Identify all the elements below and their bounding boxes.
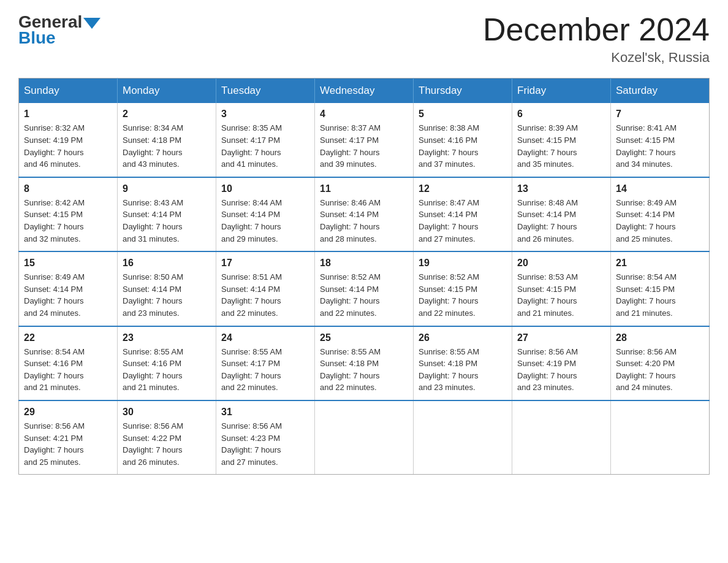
logo: General Blue: [18, 12, 100, 48]
logo-arrow-icon: [83, 18, 100, 29]
day-number: 14: [616, 182, 704, 196]
calendar-week-row: 8 Sunrise: 8:42 AMSunset: 4:15 PMDayligh…: [19, 177, 710, 251]
table-row: 17 Sunrise: 8:51 AMSunset: 4:14 PMDaylig…: [216, 251, 315, 326]
day-number: 8: [24, 182, 112, 196]
day-info: Sunrise: 8:35 AMSunset: 4:17 PMDaylight:…: [221, 123, 282, 169]
col-saturday: Saturday: [611, 79, 710, 104]
table-row: 18 Sunrise: 8:52 AMSunset: 4:14 PMDaylig…: [315, 251, 414, 326]
day-info: Sunrise: 8:55 AMSunset: 4:17 PMDaylight:…: [221, 347, 282, 393]
day-info: Sunrise: 8:34 AMSunset: 4:18 PMDaylight:…: [123, 123, 183, 169]
day-number: 4: [320, 107, 408, 121]
day-info: Sunrise: 8:44 AMSunset: 4:14 PMDaylight:…: [221, 198, 282, 243]
day-number: 13: [517, 182, 605, 196]
day-number: 19: [419, 256, 507, 270]
table-row: 29 Sunrise: 8:56 AMSunset: 4:21 PMDaylig…: [19, 400, 118, 475]
table-row: 20 Sunrise: 8:53 AMSunset: 4:15 PMDaylig…: [512, 251, 611, 326]
day-number: 10: [221, 182, 309, 196]
table-row: 6 Sunrise: 8:39 AMSunset: 4:15 PMDayligh…: [512, 103, 611, 177]
calendar-week-row: 1 Sunrise: 8:32 AMSunset: 4:19 PMDayligh…: [19, 103, 710, 177]
day-number: 17: [221, 256, 309, 270]
day-info: Sunrise: 8:52 AMSunset: 4:15 PMDaylight:…: [419, 272, 479, 318]
day-info: Sunrise: 8:52 AMSunset: 4:14 PMDaylight:…: [320, 272, 381, 318]
table-row: 25 Sunrise: 8:55 AMSunset: 4:18 PMDaylig…: [315, 326, 414, 400]
col-tuesday: Tuesday: [216, 79, 315, 104]
table-row: 9 Sunrise: 8:43 AMSunset: 4:14 PMDayligh…: [118, 177, 216, 251]
day-info: Sunrise: 8:50 AMSunset: 4:14 PMDaylight:…: [123, 272, 183, 318]
day-info: Sunrise: 8:42 AMSunset: 4:15 PMDaylight:…: [24, 198, 85, 243]
day-number: 23: [123, 331, 211, 345]
day-number: 18: [320, 256, 408, 270]
day-info: Sunrise: 8:37 AMSunset: 4:17 PMDaylight:…: [320, 123, 381, 169]
month-year-title: December 2024: [483, 12, 710, 47]
table-row: 3 Sunrise: 8:35 AMSunset: 4:17 PMDayligh…: [216, 103, 315, 177]
day-info: Sunrise: 8:38 AMSunset: 4:16 PMDaylight:…: [419, 123, 479, 169]
day-number: 30: [123, 405, 211, 419]
day-info: Sunrise: 8:55 AMSunset: 4:18 PMDaylight:…: [320, 347, 381, 393]
table-row: 23 Sunrise: 8:55 AMSunset: 4:16 PMDaylig…: [118, 326, 216, 400]
calendar-table: Sunday Monday Tuesday Wednesday Thursday…: [18, 78, 710, 475]
day-info: Sunrise: 8:47 AMSunset: 4:14 PMDaylight:…: [419, 198, 479, 243]
table-row: [611, 400, 710, 475]
location-label: Kozel'sk, Russia: [483, 50, 710, 66]
day-info: Sunrise: 8:39 AMSunset: 4:15 PMDaylight:…: [517, 123, 578, 169]
calendar-week-row: 22 Sunrise: 8:54 AMSunset: 4:16 PMDaylig…: [19, 326, 710, 400]
table-row: 30 Sunrise: 8:56 AMSunset: 4:22 PMDaylig…: [118, 400, 216, 475]
day-number: 7: [616, 107, 704, 121]
day-info: Sunrise: 8:54 AMSunset: 4:16 PMDaylight:…: [24, 347, 85, 393]
day-info: Sunrise: 8:46 AMSunset: 4:14 PMDaylight:…: [320, 198, 381, 243]
table-row: 11 Sunrise: 8:46 AMSunset: 4:14 PMDaylig…: [315, 177, 414, 251]
day-number: 27: [517, 331, 605, 345]
day-number: 20: [517, 256, 605, 270]
table-row: 1 Sunrise: 8:32 AMSunset: 4:19 PMDayligh…: [19, 103, 118, 177]
table-row: 26 Sunrise: 8:55 AMSunset: 4:18 PMDaylig…: [414, 326, 512, 400]
day-number: 15: [24, 256, 112, 270]
table-row: 27 Sunrise: 8:56 AMSunset: 4:19 PMDaylig…: [512, 326, 611, 400]
day-info: Sunrise: 8:56 AMSunset: 4:19 PMDaylight:…: [517, 347, 578, 393]
table-row: 8 Sunrise: 8:42 AMSunset: 4:15 PMDayligh…: [19, 177, 118, 251]
day-number: 2: [123, 107, 211, 121]
day-info: Sunrise: 8:55 AMSunset: 4:18 PMDaylight:…: [419, 347, 479, 393]
day-number: 9: [123, 182, 211, 196]
day-number: 3: [221, 107, 309, 121]
table-row: 4 Sunrise: 8:37 AMSunset: 4:17 PMDayligh…: [315, 103, 414, 177]
day-info: Sunrise: 8:56 AMSunset: 4:22 PMDaylight:…: [123, 421, 183, 467]
day-number: 21: [616, 256, 704, 270]
table-row: 12 Sunrise: 8:47 AMSunset: 4:14 PMDaylig…: [414, 177, 512, 251]
col-sunday: Sunday: [19, 79, 118, 104]
col-friday: Friday: [512, 79, 611, 104]
day-number: 12: [419, 182, 507, 196]
day-info: Sunrise: 8:43 AMSunset: 4:14 PMDaylight:…: [123, 198, 183, 243]
table-row: 24 Sunrise: 8:55 AMSunset: 4:17 PMDaylig…: [216, 326, 315, 400]
day-info: Sunrise: 8:53 AMSunset: 4:15 PMDaylight:…: [517, 272, 578, 318]
table-row: 2 Sunrise: 8:34 AMSunset: 4:18 PMDayligh…: [118, 103, 216, 177]
day-number: 1: [24, 107, 112, 121]
table-row: 5 Sunrise: 8:38 AMSunset: 4:16 PMDayligh…: [414, 103, 512, 177]
day-number: 16: [123, 256, 211, 270]
table-row: 14 Sunrise: 8:49 AMSunset: 4:14 PMDaylig…: [611, 177, 710, 251]
table-row: 28 Sunrise: 8:56 AMSunset: 4:20 PMDaylig…: [611, 326, 710, 400]
day-number: 29: [24, 405, 112, 419]
day-info: Sunrise: 8:48 AMSunset: 4:14 PMDaylight:…: [517, 198, 578, 243]
table-row: 13 Sunrise: 8:48 AMSunset: 4:14 PMDaylig…: [512, 177, 611, 251]
day-info: Sunrise: 8:41 AMSunset: 4:15 PMDaylight:…: [616, 123, 677, 169]
day-number: 24: [221, 331, 309, 345]
col-thursday: Thursday: [414, 79, 512, 104]
day-info: Sunrise: 8:32 AMSunset: 4:19 PMDaylight:…: [24, 123, 85, 169]
day-info: Sunrise: 8:54 AMSunset: 4:15 PMDaylight:…: [616, 272, 677, 318]
table-row: [315, 400, 414, 475]
day-number: 26: [419, 331, 507, 345]
day-info: Sunrise: 8:56 AMSunset: 4:23 PMDaylight:…: [221, 421, 282, 467]
day-info: Sunrise: 8:49 AMSunset: 4:14 PMDaylight:…: [24, 272, 85, 318]
calendar-week-row: 15 Sunrise: 8:49 AMSunset: 4:14 PMDaylig…: [19, 251, 710, 326]
table-row: 21 Sunrise: 8:54 AMSunset: 4:15 PMDaylig…: [611, 251, 710, 326]
day-number: 25: [320, 331, 408, 345]
table-row: 22 Sunrise: 8:54 AMSunset: 4:16 PMDaylig…: [19, 326, 118, 400]
calendar-week-row: 29 Sunrise: 8:56 AMSunset: 4:21 PMDaylig…: [19, 400, 710, 475]
calendar-header-row: Sunday Monday Tuesday Wednesday Thursday…: [19, 79, 710, 104]
table-row: [512, 400, 611, 475]
table-row: 31 Sunrise: 8:56 AMSunset: 4:23 PMDaylig…: [216, 400, 315, 475]
logo-blue-text: Blue: [18, 28, 56, 48]
table-row: 10 Sunrise: 8:44 AMSunset: 4:14 PMDaylig…: [216, 177, 315, 251]
page-header: General Blue December 2024 Kozel'sk, Rus…: [18, 12, 710, 66]
day-info: Sunrise: 8:56 AMSunset: 4:21 PMDaylight:…: [24, 421, 85, 467]
